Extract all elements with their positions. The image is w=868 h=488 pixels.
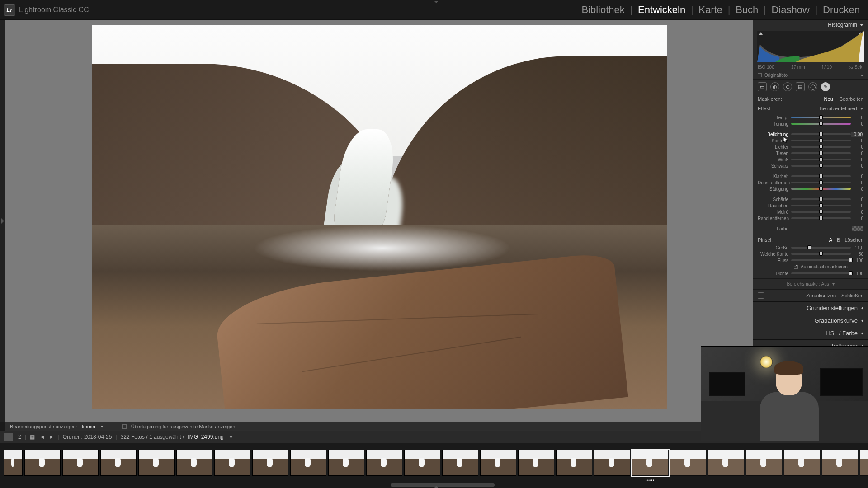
slider-tint[interactable]: Tönung 0 (758, 121, 863, 127)
module-entwickeln[interactable]: Entwickeln (635, 4, 688, 16)
thumbnail[interactable] (708, 450, 744, 476)
slider-fringe[interactable]: Rand entfernen 0 (758, 215, 863, 221)
slider-temp-value[interactable]: 0 (851, 115, 863, 120)
slider-sharp-value[interactable]: 0 (851, 197, 863, 202)
range-mask-hint[interactable]: Bereichsmaske : Aus (787, 282, 829, 286)
slider-flow-value[interactable]: 100 (851, 258, 863, 263)
slider-size[interactable]: Größe 11,0 (758, 244, 863, 251)
crop-tool-icon[interactable]: ▭ (758, 82, 767, 91)
slider-flow[interactable]: Fluss 100 (758, 257, 863, 263)
brush-a-tab[interactable]: A (829, 237, 832, 243)
thumbnail[interactable] (290, 450, 326, 476)
mask-new-tab[interactable]: Neu (824, 96, 833, 102)
module-karte[interactable]: Karte (696, 4, 725, 16)
thumbnail[interactable] (176, 450, 212, 476)
slider-sharp[interactable]: Schärfe 0 (758, 196, 863, 202)
close-button[interactable]: Schließen (841, 293, 863, 298)
slider-shad-value[interactable]: 0 (851, 151, 863, 156)
panel-basic[interactable]: Grundeinstellungen (807, 305, 858, 311)
panel-collapse-top-icon[interactable] (434, 1, 439, 3)
thumbnail[interactable] (746, 450, 782, 476)
slider-clar-value[interactable]: 0 (851, 174, 863, 179)
panel-tonecurve[interactable]: Gradationskurve (815, 317, 858, 324)
chevron-up-icon[interactable] (861, 75, 863, 76)
panel-hsl[interactable]: HSL / Farbe (826, 330, 858, 337)
chevron-left-icon[interactable] (861, 332, 863, 335)
slider-density-value[interactable]: 100 (851, 271, 863, 276)
folder-path[interactable]: Ordner : 2018-04-25 (63, 434, 112, 440)
slider-density[interactable]: Dichte 100 (758, 270, 863, 277)
slider-high[interactable]: Lichter 0 (758, 144, 863, 150)
slider-fringe-value[interactable]: 0 (851, 216, 863, 221)
chevron-left-icon[interactable] (861, 319, 863, 323)
slider-black-value[interactable]: 0 (851, 164, 863, 169)
thumbnail[interactable] (138, 450, 175, 476)
thumbnail[interactable] (822, 450, 858, 476)
panel-collapse-bottom-icon[interactable] (434, 486, 439, 488)
chevron-down-icon[interactable] (229, 436, 233, 438)
secondary-display-icon[interactable] (4, 433, 13, 441)
slider-exp-value[interactable]: 0,00 (851, 132, 863, 137)
slider-contr-value[interactable]: 0 (851, 138, 863, 143)
brush-erase-tab[interactable]: Löschen (844, 237, 863, 243)
slider-temp[interactable]: Temp. 0 (758, 114, 863, 121)
slider-white[interactable]: Weiß 0 (758, 156, 863, 163)
thumbnail[interactable] (480, 450, 516, 476)
slider-dehaze[interactable]: Dunst entfernen 0 (758, 179, 863, 186)
slider-high-value[interactable]: 0 (851, 145, 863, 150)
module-buch[interactable]: Buch (733, 4, 761, 16)
thumbnail[interactable] (556, 450, 592, 476)
mask-edit-tab[interactable]: Bearbeiten (840, 96, 863, 102)
thumbnail[interactable] (24, 450, 61, 476)
slider-feather[interactable]: Weiche Kante 50 (758, 251, 863, 257)
secondary-display-num[interactable]: 2 (18, 434, 21, 440)
thumbnail[interactable] (328, 450, 364, 476)
thumbnail[interactable] (4, 450, 23, 476)
slider-shad[interactable]: Tiefen 0 (758, 150, 863, 156)
slider-size-value[interactable]: 11,0 (851, 245, 863, 250)
nav-prev-icon[interactable]: ◄ (40, 434, 45, 440)
slider-black[interactable]: Schwarz 0 (758, 163, 863, 169)
grid-view-icon[interactable]: ▦ (30, 434, 36, 440)
thumbnail[interactable] (62, 450, 99, 476)
histogram-title[interactable]: Histogramm (828, 22, 857, 28)
slider-contr[interactable]: Kontrast 0 (758, 137, 863, 144)
brush-tool-icon[interactable]: ✎ (821, 82, 830, 91)
thumbnail[interactable] (442, 450, 478, 476)
original-checkbox[interactable] (758, 73, 762, 77)
thumbnail[interactable] (670, 450, 706, 476)
automask-checkbox[interactable] (794, 265, 798, 269)
left-panel-expand-icon[interactable] (0, 20, 5, 422)
reset-button[interactable]: Zurücksetzen (806, 293, 836, 298)
thumbnail[interactable] (784, 450, 820, 476)
thumbnail[interactable] (518, 450, 554, 476)
effect-value[interactable]: Benutzerdefiniert (820, 106, 860, 111)
slider-tint-value[interactable]: 0 (851, 122, 863, 127)
thumbnail[interactable] (252, 450, 288, 476)
slider-white-value[interactable]: 0 (851, 157, 863, 162)
chevron-left-icon[interactable] (861, 306, 863, 310)
thumbnail[interactable] (366, 450, 402, 476)
brush-b-tab[interactable]: B (837, 237, 840, 243)
module-drucken[interactable]: Drucken (820, 4, 863, 16)
module-bibliothek[interactable]: Bibliothek (579, 4, 627, 16)
mask-overlay-checkbox[interactable] (122, 424, 127, 429)
chevron-down-icon[interactable] (860, 108, 863, 110)
thumbnail[interactable] (100, 450, 137, 476)
slider-moire-value[interactable]: 0 (851, 210, 863, 215)
filmstrip[interactable] (0, 443, 868, 483)
panel-toggle-icon[interactable] (758, 292, 764, 299)
main-photo[interactable] (92, 25, 667, 409)
thumbnail[interactable] (860, 450, 868, 476)
thumbnail[interactable] (404, 450, 440, 476)
slider-sat-value[interactable]: 0 (851, 187, 863, 192)
show-pins-value[interactable]: Immer (82, 424, 96, 429)
canvas[interactable] (5, 20, 753, 422)
slider-feather-value[interactable]: 50 (851, 252, 863, 257)
thumbnail[interactable] (594, 450, 630, 476)
grad-filter-icon[interactable]: ▤ (796, 82, 805, 91)
slider-noise[interactable]: Rauschen 0 (758, 202, 863, 209)
redeye-tool-icon[interactable]: ⊙ (783, 82, 792, 91)
nav-next-icon[interactable]: ► (49, 434, 54, 440)
slider-clar[interactable]: Klarheit 0 (758, 173, 863, 179)
